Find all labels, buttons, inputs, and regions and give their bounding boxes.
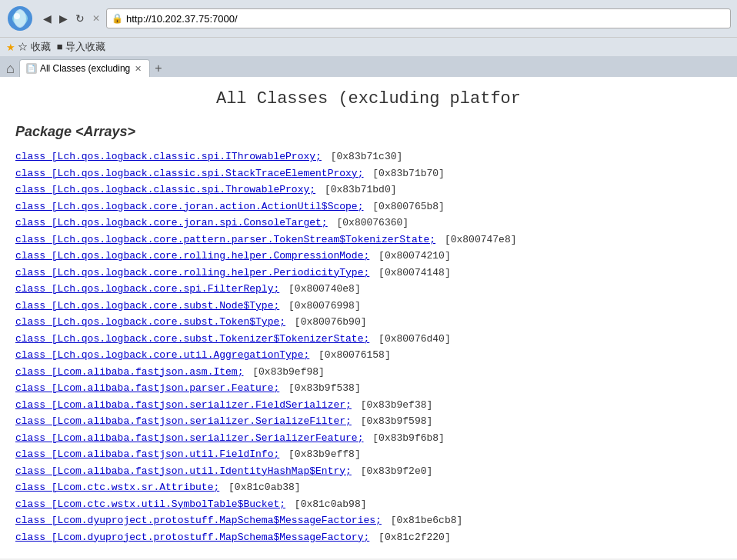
class-address: [0x81c0ab38] — [222, 482, 300, 493]
class-address: [0x800765b8] — [366, 201, 444, 212]
class-link[interactable]: class [Lch.qos.logback.core.pattern.pars… — [15, 234, 435, 245]
tab-favicon: 📄 — [26, 63, 37, 74]
class-address: [0x80076d40] — [372, 333, 450, 345]
list-item: class [Lch.qos.logback.core.joran.action… — [15, 199, 722, 215]
list-item: class [Lch.qos.logback.core.rolling.help… — [15, 248, 722, 264]
list-item: class [Lch.qos.logback.core.util.Aggrega… — [15, 348, 722, 363]
list-item: class [Lch.qos.logback.core.spi.FilterRe… — [15, 282, 722, 297]
page-content: All Classes (excluding platfor Package <… — [0, 77, 737, 558]
class-link[interactable]: class [Lch.qos.logback.core.util.Aggrega… — [15, 349, 309, 361]
home-button[interactable]: ⌂ — [6, 61, 15, 77]
class-address: [0x83b9ef98] — [246, 366, 324, 378]
class-address: [0x83b9ef38] — [355, 399, 432, 411]
class-address: [0x83b9f598] — [355, 415, 432, 427]
bookmark-label: ☆ 收藏 — [18, 40, 51, 54]
class-link[interactable]: class [Lch.qos.logback.core.subst.Tokeni… — [15, 333, 369, 345]
class-address: [0x800740e8] — [282, 283, 360, 295]
class-link[interactable]: class [Lcom.ctc.wstx.util.SymbolTable$Bu… — [15, 498, 285, 510]
tab-title: All Classes (excluding — [40, 63, 130, 74]
class-address: [0x800747e8] — [439, 234, 516, 245]
list-item: class [Lcom.alibaba.fastjson.serializer.… — [15, 414, 722, 429]
class-link[interactable]: class [Lcom.dyuproject.protostuff.MapSch… — [15, 515, 382, 526]
svg-point-2 — [14, 13, 20, 19]
list-item: class [Lch.qos.logback.core.joran.spi.Co… — [15, 215, 722, 231]
browser-logo — [6, 5, 34, 32]
class-address: [0x83b71bd0] — [318, 184, 396, 195]
new-tab-button[interactable]: + — [150, 60, 166, 77]
class-address: [0x83b9eff8] — [282, 448, 360, 460]
class-link[interactable]: class [Lcom.alibaba.fastjson.parser.Feat… — [15, 382, 279, 394]
class-link[interactable]: class [Lcom.ctc.wstx.sr.Attribute; — [15, 482, 219, 493]
stop-button[interactable]: ✕ — [89, 12, 103, 25]
list-item: class [Lch.qos.logback.classic.spi.Throw… — [15, 182, 722, 198]
list-item: class [Lch.qos.logback.core.subst.Tokeni… — [15, 332, 722, 347]
class-address: [0x80076b90] — [288, 316, 366, 328]
class-link[interactable]: class [Lch.qos.logback.classic.spi.IThro… — [15, 151, 322, 162]
class-address: [0x80076158] — [312, 349, 390, 361]
class-address: [0x83b71b70] — [366, 168, 444, 179]
list-item: class [Lch.qos.logback.core.subst.Node$T… — [15, 298, 722, 314]
tab-bar: ⌂ 📄 All Classes (excluding ✕ + — [0, 56, 737, 77]
import-label: ■ 导入收藏 — [57, 40, 105, 54]
list-item: class [Lcom.ctc.wstx.util.SymbolTable$Bu… — [15, 497, 722, 512]
class-list: class [Lch.qos.logback.classic.spi.IThro… — [15, 149, 722, 545]
list-item: class [Lcom.alibaba.fastjson.serializer.… — [15, 431, 722, 446]
list-item: class [Lcom.alibaba.fastjson.util.FieldI… — [15, 447, 722, 462]
class-link[interactable]: class [Lch.qos.logback.core.rolling.help… — [15, 250, 369, 262]
class-link[interactable]: class [Lcom.alibaba.fastjson.serializer.… — [15, 415, 352, 427]
import-button[interactable]: ■ 导入收藏 — [57, 40, 105, 54]
class-link[interactable]: class [Lcom.alibaba.fastjson.util.Identi… — [15, 465, 352, 477]
security-icon: 🔒 — [112, 13, 123, 24]
class-link[interactable]: class [Lch.qos.logback.core.joran.spi.Co… — [15, 217, 328, 228]
class-link[interactable]: class [Lcom.alibaba.fastjson.serializer.… — [15, 399, 352, 411]
back-button[interactable]: ◀ — [40, 11, 55, 26]
bookmarks-bar: ★ ☆ 收藏 ■ 导入收藏 — [0, 37, 737, 56]
class-link[interactable]: class [Lcom.dyuproject.protostuff.MapSch… — [15, 532, 369, 543]
list-item: class [Lcom.alibaba.fastjson.util.Identi… — [15, 464, 722, 479]
class-link[interactable]: class [Lcom.alibaba.fastjson.serializer.… — [15, 432, 363, 444]
class-link[interactable]: class [Lch.qos.logback.classic.spi.Throw… — [15, 184, 315, 195]
address-bar[interactable]: 🔒 http://10.202.37.75:7000/ — [106, 8, 731, 28]
list-item: class [Lcom.alibaba.fastjson.parser.Feat… — [15, 381, 722, 396]
class-link[interactable]: class [Lch.qos.logback.core.subst.Node$T… — [15, 300, 279, 312]
list-item: class [Lcom.dyuproject.protostuff.MapSch… — [15, 530, 722, 545]
class-address: [0x81c2f220] — [372, 532, 450, 543]
class-address: [0x81c0ab98] — [288, 498, 366, 510]
page-title: All Classes (excluding platfor — [15, 89, 722, 108]
class-address: [0x83b71c30] — [325, 151, 402, 162]
class-link[interactable]: class [Lch.qos.logback.classic.spi.Stack… — [15, 168, 363, 179]
class-address: [0x80074148] — [372, 267, 450, 278]
class-link[interactable]: class [Lcom.alibaba.fastjson.asm.Item; — [15, 366, 243, 378]
class-link[interactable]: class [Lcom.alibaba.fastjson.util.FieldI… — [15, 448, 279, 460]
tab-close-button[interactable]: ✕ — [133, 64, 143, 74]
list-item: class [Lcom.alibaba.fastjson.asm.Item; [… — [15, 365, 722, 380]
list-item: class [Lch.qos.logback.classic.spi.IThro… — [15, 149, 722, 165]
toolbar: ◀ ▶ ↻ ✕ 🔒 http://10.202.37.75:7000/ — [0, 0, 737, 37]
refresh-button[interactable]: ↻ — [72, 11, 88, 26]
nav-buttons: ◀ ▶ ↻ ✕ — [40, 11, 103, 26]
list-item: class [Lch.qos.logback.classic.spi.Stack… — [15, 166, 722, 182]
class-address: [0x81be6cb8] — [385, 515, 462, 526]
class-link[interactable]: class [Lch.qos.logback.core.joran.action… — [15, 201, 363, 212]
class-address: [0x80076360] — [331, 217, 409, 228]
class-link[interactable]: class [Lch.qos.logback.core.spi.FilterRe… — [15, 283, 279, 295]
browser-chrome: ◀ ▶ ↻ ✕ 🔒 http://10.202.37.75:7000/ ★ ☆ … — [0, 0, 737, 77]
url-text: http://10.202.37.75:7000/ — [126, 13, 238, 25]
list-item: class [Lch.qos.logback.core.subst.Token$… — [15, 315, 722, 330]
class-address: [0x80076998] — [282, 300, 360, 312]
class-link[interactable]: class [Lch.qos.logback.core.rolling.help… — [15, 267, 369, 278]
active-tab[interactable]: 📄 All Classes (excluding ✕ — [19, 59, 150, 77]
class-address: [0x83b9f538] — [282, 382, 360, 394]
class-address: [0x83b9f2e0] — [355, 465, 432, 477]
list-item: class [Lch.qos.logback.core.pattern.pars… — [15, 232, 722, 248]
list-item: class [Lcom.alibaba.fastjson.serializer.… — [15, 398, 722, 413]
bookmark-button[interactable]: ★ ☆ 收藏 — [6, 40, 51, 54]
class-link[interactable]: class [Lch.qos.logback.core.subst.Token$… — [15, 316, 285, 328]
list-item: class [Lch.qos.logback.core.rolling.help… — [15, 265, 722, 281]
class-address: [0x80074210] — [372, 250, 450, 262]
star-icon: ★ — [6, 42, 15, 53]
list-item: class [Lcom.dyuproject.protostuff.MapSch… — [15, 513, 722, 528]
forward-button[interactable]: ▶ — [56, 11, 71, 26]
class-address: [0x83b9f6b8] — [366, 432, 444, 444]
package-header: Package <Arrays> — [15, 124, 722, 140]
